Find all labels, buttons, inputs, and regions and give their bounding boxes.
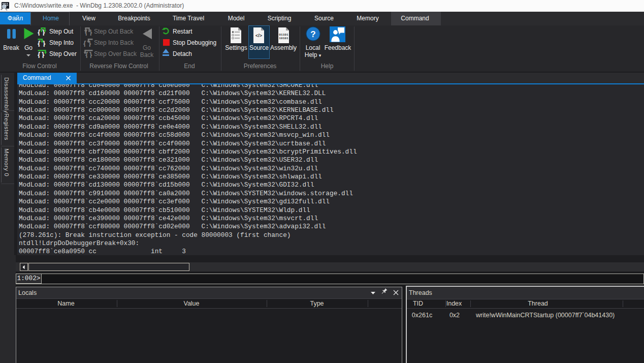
- svg-text:{: {: [83, 40, 86, 47]
- svg-text:10101: 10101: [279, 37, 288, 40]
- svg-text:01101: 01101: [279, 33, 288, 37]
- svg-text:{: {: [38, 28, 41, 36]
- svg-text:}: }: [89, 51, 92, 58]
- svg-text:}: }: [43, 40, 46, 47]
- svg-text:}: }: [89, 28, 92, 36]
- svg-text:{: {: [85, 51, 88, 58]
- svg-text:?: ?: [310, 29, 315, 39]
- svg-text:}: }: [42, 51, 45, 58]
- svg-text:{: {: [38, 40, 41, 47]
- svg-text:</>: </>: [255, 33, 262, 38]
- svg-text:{: {: [38, 51, 41, 58]
